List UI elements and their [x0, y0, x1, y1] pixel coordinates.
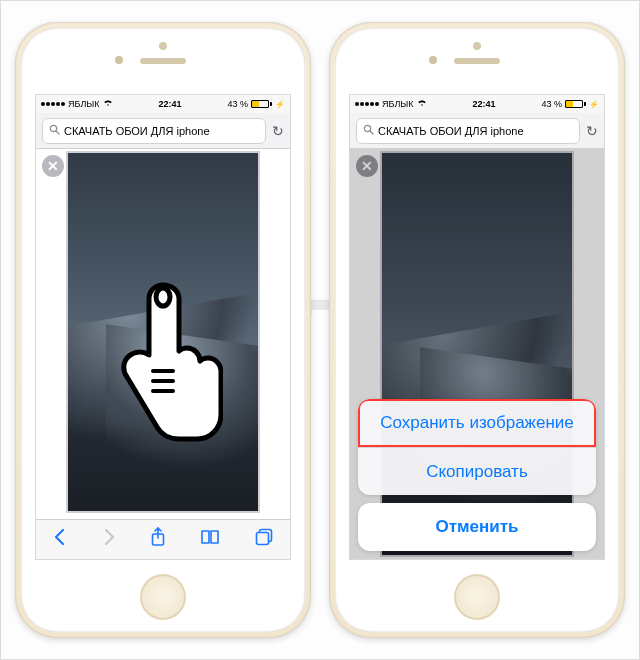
- page-content: ✕ Сохранить изображение Скопировать: [350, 149, 604, 559]
- battery-pct-label: 43 %: [227, 99, 248, 109]
- carrier-label: ЯБЛЫК: [382, 99, 414, 109]
- battery-icon: [251, 100, 272, 108]
- page-content: ✕: [36, 149, 290, 519]
- clock-label: 22:41: [158, 99, 181, 109]
- search-query-text: СКАЧАТЬ ОБОИ ДЛЯ iphone: [64, 125, 210, 137]
- save-image-button[interactable]: Сохранить изображение: [358, 399, 596, 447]
- proximity-sensor: [473, 42, 481, 50]
- svg-line-11: [370, 131, 373, 134]
- search-input[interactable]: СКАЧАТЬ ОБОИ ДЛЯ iphone: [42, 118, 266, 144]
- home-button[interactable]: [454, 574, 500, 620]
- screen-left: ЯБЛЫК 22:41 43 % ⚡: [35, 94, 291, 560]
- address-bar: СКАЧАТЬ ОБОИ ДЛЯ iphone ↻: [36, 113, 290, 149]
- search-icon: [49, 124, 60, 138]
- bookmarks-icon[interactable]: [200, 529, 220, 550]
- back-icon[interactable]: [53, 528, 67, 551]
- clock-label: 22:41: [472, 99, 495, 109]
- front-camera: [115, 56, 123, 64]
- signal-dots-icon: [41, 102, 65, 106]
- close-icon[interactable]: ✕: [42, 155, 64, 177]
- home-button[interactable]: [140, 574, 186, 620]
- svg-line-1: [56, 131, 59, 134]
- earpiece-speaker: [140, 58, 186, 64]
- iphone-device-left: ЯБЛЫК 22:41 43 % ⚡: [15, 22, 311, 638]
- safari-toolbar: [36, 519, 290, 559]
- share-icon[interactable]: [150, 527, 166, 552]
- wallpaper-image[interactable]: [66, 151, 260, 513]
- address-bar: СКАЧАТЬ ОБОИ ДЛЯ iphone ↻: [350, 113, 604, 149]
- forward-icon: [102, 528, 116, 551]
- earpiece-speaker: [454, 58, 500, 64]
- svg-rect-9: [256, 533, 268, 545]
- status-bar: ЯБЛЫК 22:41 43 % ⚡: [350, 95, 604, 113]
- search-input[interactable]: СКАЧАТЬ ОБОИ ДЛЯ iphone: [356, 118, 580, 144]
- screen-right: ЯБЛЫК 22:41 43 % ⚡: [349, 94, 605, 560]
- battery-pct-label: 43 %: [541, 99, 562, 109]
- charging-icon: ⚡: [589, 100, 599, 109]
- front-camera: [429, 56, 437, 64]
- cancel-button[interactable]: Отменить: [358, 503, 596, 551]
- carrier-label: ЯБЛЫК: [68, 99, 100, 109]
- charging-icon: ⚡: [275, 100, 285, 109]
- proximity-sensor: [159, 42, 167, 50]
- signal-dots-icon: [355, 102, 379, 106]
- tabs-icon[interactable]: [255, 528, 273, 551]
- action-sheet: Сохранить изображение Скопировать Отмени…: [358, 399, 596, 551]
- status-bar: ЯБЛЫК 22:41 43 % ⚡: [36, 95, 290, 113]
- svg-point-0: [50, 125, 56, 131]
- wifi-icon: [417, 99, 427, 109]
- battery-icon: [565, 100, 586, 108]
- search-query-text: СКАЧАТЬ ОБОИ ДЛЯ iphone: [378, 125, 524, 137]
- svg-point-10: [364, 125, 370, 131]
- iphone-device-right: ЯБЛЫК 22:41 43 % ⚡: [329, 22, 625, 638]
- wifi-icon: [103, 99, 113, 109]
- reload-icon[interactable]: ↻: [586, 123, 598, 139]
- copy-button[interactable]: Скопировать: [358, 447, 596, 495]
- search-icon: [363, 124, 374, 138]
- reload-icon[interactable]: ↻: [272, 123, 284, 139]
